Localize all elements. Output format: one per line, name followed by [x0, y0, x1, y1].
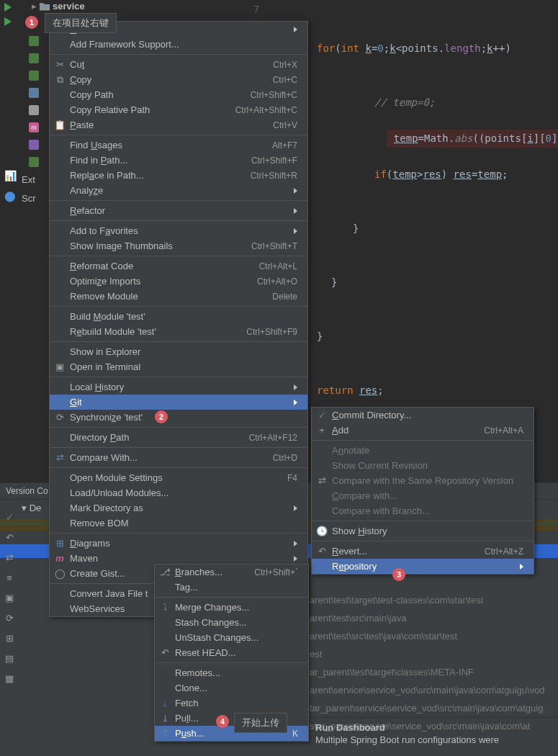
- file-icon[interactable]: [29, 36, 39, 46]
- menu-directory-path[interactable]: Directory PathCtrl+Alt+F12: [50, 430, 307, 445]
- vc-tab-default[interactable]: ▾ De: [22, 503, 41, 513]
- vc-path: arent\service\service_vod\src\main\java\…: [310, 681, 545, 699]
- expand-icon[interactable]: ▤: [3, 652, 16, 665]
- repo-merge[interactable]: ⤵Merge Changes...: [155, 600, 308, 615]
- diff-icon: ⇄: [316, 475, 328, 487]
- commit-icon[interactable]: ✓: [3, 510, 16, 523]
- maven-icon: m: [54, 553, 66, 564]
- ext-library[interactable]: Ext: [22, 174, 35, 185]
- repo-clone[interactable]: Clone...: [155, 680, 308, 696]
- repo-fetch[interactable]: ↓Fetch: [155, 696, 308, 711]
- run-gutter: [4, 3, 12, 32]
- menu-replace-in-path[interactable]: Replace in Path...Ctrl+Shift+R: [50, 168, 307, 183]
- sync-icon: ⟳: [54, 412, 66, 423]
- menu-mark-directory[interactable]: Mark Directory as: [50, 500, 307, 516]
- badge-2: 2: [155, 410, 168, 423]
- pull-icon: ⤓: [159, 713, 171, 724]
- chevron-right-icon: ▸: [32, 1, 37, 12]
- folder-icon: [40, 2, 50, 11]
- group-icon[interactable]: ⊞: [3, 631, 16, 644]
- menu-remove-bom[interactable]: Remove BOM: [50, 516, 307, 531]
- vc-path: est: [310, 645, 545, 663]
- repo-remotes[interactable]: Remotes...: [155, 665, 308, 680]
- menu-copy[interactable]: ⧉CopyCtrl+C: [50, 72, 307, 87]
- copy-icon: ⧉: [54, 74, 66, 86]
- git-repository[interactable]: Repository: [312, 559, 534, 574]
- changelist-icon[interactable]: ≡: [3, 571, 16, 584]
- menu-copy-path[interactable]: Copy PathCtrl+Shift+C: [50, 87, 307, 102]
- run-icon[interactable]: [4, 17, 12, 26]
- git-show-history[interactable]: 🕓Show History: [312, 523, 534, 539]
- tooltip-push: 开始上传: [234, 713, 287, 733]
- menu-reformat[interactable]: Reformat CodeCtrl+Alt+L: [50, 258, 307, 274]
- vc-path: arent\test\src\main\java: [310, 609, 545, 627]
- menu-cut[interactable]: ✂CutCtrl+X: [50, 57, 307, 72]
- menu-synchronize[interactable]: ⟳Synchronize 'test': [50, 410, 307, 425]
- file-icon[interactable]: [29, 71, 39, 81]
- diff-icon[interactable]: ⇄: [3, 551, 16, 564]
- menu-diagrams[interactable]: ⊞Diagrams: [50, 536, 307, 551]
- menu-git[interactable]: Git: [50, 395, 307, 410]
- menu-find-usages[interactable]: Find UsagesAlt+F7: [50, 138, 307, 153]
- git-submenu: ✓Commit Directory... +AddCtrl+Alt+A Anno…: [311, 407, 534, 575]
- menu-paste[interactable]: 📋PasteCtrl+V: [50, 117, 307, 132]
- menu-optimize-imports[interactable]: Optimize ImportsCtrl+Alt+O: [50, 274, 307, 289]
- push-icon: ⤒: [159, 728, 171, 739]
- file-icon[interactable]: [29, 157, 39, 167]
- revert-icon[interactable]: ↶: [3, 531, 16, 544]
- git-revert[interactable]: ↶Revert...Ctrl+Alt+Z: [312, 544, 534, 559]
- maven-icon[interactable]: m: [29, 122, 39, 132]
- menu-build-module[interactable]: Build Module 'test': [50, 309, 307, 324]
- file-icon[interactable]: [29, 105, 39, 115]
- vc-path: tar_parent\service\service_vod\src\main\…: [310, 699, 545, 717]
- refresh-icon[interactable]: ⟳: [3, 611, 16, 624]
- plus-icon: +: [316, 425, 328, 436]
- menu-copy-rel-path[interactable]: Copy Relative PathCtrl+Alt+Shift+C: [50, 102, 307, 117]
- repo-tag[interactable]: Tag...: [155, 580, 308, 595]
- repo-branches[interactable]: ⎇Branches...Ctrl+Shift+`: [155, 564, 308, 580]
- menu-analyze[interactable]: Analyze: [50, 183, 307, 198]
- tree-service[interactable]: ▸ service: [29, 0, 209, 12]
- repo-stash[interactable]: Stash Changes...: [155, 615, 308, 630]
- repo-unstash[interactable]: UnStash Changes...: [155, 630, 308, 645]
- dashboard-title: Run Dashboard: [315, 722, 552, 733]
- menu-find-in-path[interactable]: Find in Path...Ctrl+Shift+F: [50, 153, 307, 168]
- git-add[interactable]: +AddCtrl+Alt+A: [312, 423, 534, 438]
- menu-open-terminal[interactable]: ▣Open in Terminal: [50, 359, 307, 374]
- file-icon[interactable]: [29, 88, 39, 98]
- context-menu-project: New Add Framework Support... ✂CutCtrl+X …: [49, 21, 308, 617]
- git-annotate: Annotate: [312, 443, 534, 458]
- badge-3: 3: [392, 568, 405, 581]
- tooltip-right-click: 在项目处右键: [45, 13, 117, 33]
- file-icon[interactable]: [29, 53, 39, 63]
- terminal-icon: ▣: [54, 361, 66, 373]
- git-commit-directory[interactable]: ✓Commit Directory...: [312, 408, 534, 423]
- scratches[interactable]: Scr: [22, 193, 36, 204]
- menu-add-framework[interactable]: Add Framework Support...: [50, 37, 307, 52]
- file-icon[interactable]: [29, 140, 39, 150]
- git-show-current-revision: Show Current Revision: [312, 458, 534, 473]
- shelf-icon[interactable]: ▣: [3, 591, 16, 604]
- cut-icon: ✂: [54, 59, 66, 71]
- menu-show-explorer[interactable]: Show in Explorer: [50, 344, 307, 359]
- git-compare-same-repo: ⇄Compare with the Same Repository Versio…: [312, 473, 534, 488]
- git-compare-branch: Compare with Branch...: [312, 503, 534, 518]
- menu-remove-module[interactable]: Remove ModuleDelete: [50, 289, 307, 304]
- menu-show-thumbnails[interactable]: Show Image ThumbnailsCtrl+Shift+T: [50, 238, 307, 253]
- vc-path: arent\test\target\test-classes\com\star\…: [310, 591, 545, 609]
- menu-refactor[interactable]: Refactor: [50, 203, 307, 218]
- menu-compare-with[interactable]: ⇄Compare With...Ctrl+D: [50, 450, 307, 465]
- collapse-icon[interactable]: ▦: [3, 672, 16, 685]
- scratch-icon[interactable]: ⬤: [4, 190, 14, 202]
- menu-open-module-settings[interactable]: Open Module SettingsF4: [50, 470, 307, 485]
- menu-add-favorites[interactable]: Add to Favorites: [50, 223, 307, 238]
- project-tree[interactable]: ▸ service: [29, 0, 209, 12]
- menu-rebuild-module[interactable]: Rebuild Module 'test'Ctrl+Shift+F9: [50, 324, 307, 339]
- menu-local-history[interactable]: Local History: [50, 379, 307, 395]
- repo-reset-head[interactable]: ↶Reset HEAD...: [155, 645, 308, 660]
- chart-icon[interactable]: 📊: [4, 170, 14, 181]
- menu-load-unload[interactable]: Load/Unload Modules...: [50, 485, 307, 500]
- run-icon[interactable]: [4, 3, 12, 12]
- branch-icon: ⎇: [159, 567, 171, 578]
- github-icon: ◯: [54, 568, 66, 580]
